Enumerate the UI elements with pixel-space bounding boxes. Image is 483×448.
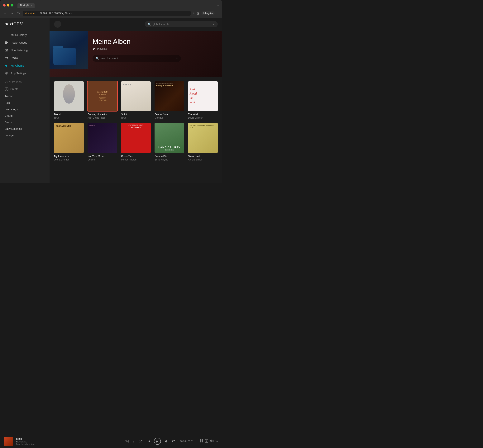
album-artist-best-of-jazz: Monique (154, 117, 184, 119)
spirit-art: RHYE (121, 81, 151, 111)
playlist-item-charts[interactable]: Charts (0, 112, 49, 119)
global-search-bar[interactable]: 🔍 × (145, 21, 218, 27)
svg-point-8 (6, 50, 7, 51)
album-card-born-to-die[interactable]: LANA DEL REY Born to Die Born to Die Emi… (154, 123, 184, 161)
sidebar-item-player-queue[interactable]: Player Queue (0, 39, 49, 47)
now-listening-icon (5, 48, 8, 52)
my-albums-icon (5, 64, 8, 67)
album-artist-born-to-die: Emile Haynie (154, 158, 184, 161)
album-card-best-of-jazz[interactable]: BECOME A NON MITCOMBANT MONIQUE KLEMARI … (154, 81, 184, 119)
tab-menu-button[interactable]: ⌄ (217, 4, 219, 7)
svg-rect-2 (5, 36, 8, 36)
playlist-item-lounge[interactable]: Lounge (0, 132, 49, 139)
hero-info: Meine Alben 14 Playlists 🔍 × (88, 31, 185, 62)
address-bar: ← → ↻ Nicht sicher | 192.168.112.5:8085/… (0, 10, 222, 18)
album-title-blood: Blood (54, 113, 84, 116)
create-playlist-button[interactable]: + Create ... (0, 85, 49, 93)
sidebar-item-my-albums[interactable]: My Albums (0, 62, 49, 70)
fullscreen-traffic-light[interactable] (11, 4, 13, 7)
jazz-art: BECOME A NON MITCOMBANT MONIQUE KLEMARI (154, 81, 184, 111)
refresh-nav-button[interactable]: ↻ (16, 11, 21, 16)
main-content: ← 🔍 × Meine Alben 14 Playlists 🔍 (49, 18, 222, 183)
album-title-spirit: Spirit (121, 113, 151, 116)
hero-title: Meine Alben (93, 38, 181, 46)
title-bar: NextcpUi × + ⌄ (0, 0, 222, 10)
albums-section: Blood Rhye Angelo Kelly& Family COMINGHO… (49, 77, 222, 176)
hero-count: 14 (93, 47, 96, 50)
album-card-the-wall[interactable]: PinkFloydtheWall The Wall David Gilmour (188, 81, 218, 119)
coming-home-art: Angelo Kelly& Family COMINGHOME forCHRIS… (88, 81, 117, 111)
hero-section: Meine Alben 14 Playlists 🔍 × (49, 31, 222, 77)
playlist-item-easy-listening[interactable]: Easy Listening (0, 126, 49, 132)
active-tab[interactable]: NextcpUi × (17, 3, 35, 8)
sidebar-item-now-listening[interactable]: Now Listening (0, 47, 49, 54)
playlists-section-header: MY PLAYLISTS (0, 77, 49, 85)
album-artist-cover-two: Parker Kindred (121, 158, 151, 161)
hero-artwork (49, 31, 88, 69)
album-title-the-wall: The Wall (188, 113, 218, 116)
playlist-item-lovesongs[interactable]: Lovesongs (0, 106, 49, 112)
album-artist-blood: Rhye (54, 117, 84, 119)
profile-button[interactable]: Inkognito (201, 11, 215, 15)
album-artist-not-your-muse: Celeste (88, 158, 117, 161)
album-artist-my-innermost: Joana Zimmer (54, 158, 84, 161)
browser-menu-icon[interactable]: ⋮ (217, 12, 219, 15)
sidebar-item-music-library[interactable]: Music Library (0, 31, 49, 39)
wall-art-text: PinkFloydtheWall (189, 87, 197, 105)
album-card-my-innermost[interactable]: JOANA ZIMMER My Innermost Joana Zimmer (54, 123, 84, 161)
content-search-icon: 🔍 (96, 57, 99, 60)
album-artist-simon-and: Art Garfunkel (188, 158, 218, 161)
global-search-input[interactable] (153, 23, 211, 26)
svg-marker-6 (7, 42, 8, 43)
back-button[interactable]: ← (54, 21, 61, 28)
album-card-spirit[interactable]: RHYE Spirit Rhye (121, 81, 151, 119)
album-card-simon-and[interactable]: SIMON AND GARFUNKEL'S GREATEST HITS Simo… (188, 123, 218, 161)
new-tab-button[interactable]: + (36, 3, 40, 7)
minimize-traffic-light[interactable] (7, 4, 9, 7)
svg-rect-0 (5, 34, 8, 34)
joana-art: JOANA ZIMMER (54, 123, 84, 152)
svg-rect-3 (5, 41, 7, 42)
album-cover-the-wall: PinkFloydtheWall (188, 81, 218, 111)
content-search-bar[interactable]: 🔍 × (93, 55, 181, 62)
playlist-item-trance[interactable]: Trance (0, 93, 49, 99)
album-title-born-to-die: Born to Die (154, 155, 184, 158)
playlist-item-rnb[interactable]: R&B (0, 99, 49, 106)
tab-bar: NextcpUi × + (17, 3, 215, 8)
album-card-cover-two[interactable]: MAN AS POWER WOMAN COVER TWO Cover Two P… (121, 123, 151, 161)
playlist-item-dance[interactable]: Dance (0, 119, 49, 126)
music-library-icon (5, 33, 8, 37)
app-body: nextCP/2 Music Library Player Queue Now … (0, 18, 222, 183)
search-clear-icon[interactable]: × (213, 23, 215, 26)
search-icon: 🔍 (148, 23, 151, 26)
album-title-simon-and: Simon and (188, 155, 218, 158)
svg-rect-1 (5, 35, 8, 35)
address-field[interactable]: Nicht sicher | 192.168.112.5:8085/#/myAl… (23, 11, 191, 16)
album-title-not-your-muse: Not Your Muse (88, 155, 117, 158)
wall-art: PinkFloydtheWall (188, 81, 218, 111)
album-cover-born-to-die: LANA DEL REY Born to Die (154, 123, 184, 152)
sidebar-label-music-library: Music Library (11, 33, 27, 36)
close-traffic-light[interactable] (3, 4, 6, 7)
browser-chrome: NextcpUi × + ⌄ ← → ↻ Nicht sicher | 192.… (0, 0, 222, 18)
album-card-coming-home[interactable]: Angelo Kelly& Family COMINGHOME forCHRIS… (88, 81, 117, 119)
back-nav-button[interactable]: ← (3, 11, 8, 16)
born-art: LANA DEL REY Born to Die (154, 123, 184, 152)
blood-art (54, 81, 84, 111)
split-view-icon[interactable]: ▣ (197, 12, 200, 15)
sidebar-label-radio: Radio (11, 56, 18, 59)
tab-close-button[interactable]: × (31, 4, 32, 6)
sidebar-item-app-settings[interactable]: App Settings (0, 70, 49, 77)
simon-art: SIMON AND GARFUNKEL'S GREATEST HITS (188, 123, 218, 152)
security-label: Nicht sicher (24, 12, 35, 14)
album-card-not-your-muse[interactable]: Céleste Not Your Muse Celeste (88, 123, 117, 161)
content-search-input[interactable] (100, 57, 175, 60)
album-card-blood[interactable]: Blood Rhye (54, 81, 84, 119)
bookmark-icon[interactable]: ☆ (193, 12, 195, 15)
content-search-clear-icon[interactable]: × (176, 57, 178, 60)
album-artist-coming-home: Alex Grube (bass (88, 117, 117, 119)
tab-label: NextcpUi (20, 4, 30, 7)
sidebar-item-radio[interactable]: Radio (0, 54, 49, 62)
forward-nav-button[interactable]: → (10, 11, 14, 16)
player-queue-icon (5, 41, 8, 44)
